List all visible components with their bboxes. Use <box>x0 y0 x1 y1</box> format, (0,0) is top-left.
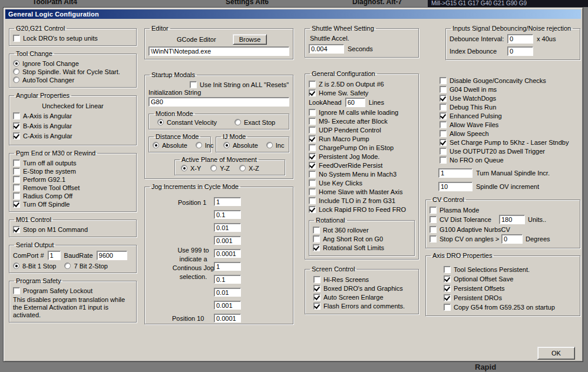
radio-absolute[interactable]: Absolute <box>223 141 258 149</box>
checkbox-chargepump-on-in-estop[interactable]: ChargePump On in EStop <box>309 144 415 151</box>
checkbox-lock-rapid-fro-to-feed-fro[interactable]: Lock Rapid FRO to Feed FRO <box>309 205 415 213</box>
jog-increment-10-input[interactable] <box>214 314 241 323</box>
browse-button[interactable]: Browse <box>233 34 267 45</box>
radio-exact-stop[interactable]: Exact Stop <box>234 118 275 126</box>
checkbox-stop-cv-on-angles[interactable]: Stop CV on angles > Degrees <box>430 234 576 244</box>
radio-8-bit-1-stop[interactable]: 8-Bit 1 Stop <box>13 262 56 270</box>
checkbox-stop-on-m1-command[interactable]: Stop on M1 Command <box>13 225 133 233</box>
checkbox-flash-errors-and-comments[interactable]: Flash Errors and comments. <box>313 302 415 310</box>
checkbox-udp-pendent-control[interactable]: UDP Pendent Control <box>309 126 415 134</box>
bg-tab-toolpath[interactable]: ToolPath Alt4 <box>32 0 77 6</box>
checkbox-no-system-menu-in-mach3[interactable]: No System Menu in Mach3 <box>309 170 415 178</box>
debounce-interval-input[interactable] <box>507 34 533 44</box>
radio-stop-spindle-wait-for-cycle-start[interactable]: Stop Spindle. Wait for Cycle Start. <box>13 68 133 75</box>
checkbox-use-output20-as-dwell-trigger[interactable]: Use OUTPUT20 as Dwell Trigger <box>440 147 580 155</box>
checkbox-rotational-soft-limits[interactable]: Rotational Soft Limits <box>313 244 411 251</box>
checkbox-home-sw-safety[interactable]: Home Sw. Safety <box>309 89 415 97</box>
radio-constant-velocity[interactable]: Constant Velocity <box>157 118 217 126</box>
checkbox-enhanced-pulsing[interactable]: Enhanced Pulsing <box>440 112 580 119</box>
checkbox-ignore-m-calls-while-loading[interactable]: Ignore M calls while loading <box>309 108 415 116</box>
checkbox-persistent-jog-mode[interactable]: Persistent Jog Mode. <box>309 152 415 160</box>
checkbox-disable-gouge-concavity-checks[interactable]: Disable Gouge/Concavity Checks <box>440 77 580 84</box>
dialog-titlebar[interactable]: General Logic Configuration <box>5 9 581 19</box>
checkbox-turn-off-all-outputs[interactable]: Turn off all outputs <box>13 159 133 167</box>
checkbox-e-stop-the-system[interactable]: E-Stop the system <box>13 167 133 175</box>
radio-inc[interactable]: Inc <box>266 141 285 149</box>
checkbox-auto-screen-enlarge[interactable]: Auto Screen Enlarge <box>313 293 415 301</box>
lookahead-input[interactable] <box>345 98 365 107</box>
jog-increment-2-input[interactable] <box>214 210 241 219</box>
checkbox-plasma-mode[interactable]: Plasma Mode <box>430 206 576 214</box>
checkbox-remove-tool-offset[interactable]: Remove Tool Offset <box>13 184 133 191</box>
checkbox-home-slave-with-master-axis[interactable]: Home Slave with Master Axis <box>309 188 415 195</box>
jog-increment-7-input[interactable] <box>214 275 241 284</box>
stop-cv-angles-input[interactable] <box>501 234 523 244</box>
comport-input[interactable] <box>48 251 61 260</box>
radio-y-z[interactable]: Y-Z <box>210 164 230 172</box>
ok-button[interactable]: OK <box>537 347 575 360</box>
gcode-editor-path-input[interactable] <box>148 46 289 56</box>
checkbox-use-key-clicks[interactable]: Use Key Clicks <box>309 179 415 187</box>
radio-x-z[interactable]: X-Z <box>239 164 259 172</box>
jog-increment-9-input[interactable] <box>214 301 241 310</box>
checkbox-persistent-dros[interactable]: Persistent DROs <box>444 294 576 301</box>
checkbox-boxed-dro-s-and-graphics[interactable]: Boxed DRO's and Graphics <box>313 284 415 292</box>
checkbox-m9-execute-after-block[interactable]: M9- Execute after Block <box>309 117 415 125</box>
jog-increment-6-input[interactable] <box>214 262 241 271</box>
checkbox-feedoverride-persist[interactable]: FeedOverRide Persist <box>309 161 415 169</box>
radio-7-bit-2-stop[interactable]: 7 Bit 2-Stop <box>64 262 107 270</box>
radio-absolute[interactable]: Absolute <box>153 141 187 149</box>
checkbox-indicator <box>13 192 20 200</box>
radio-ignore-tool-change[interactable]: Ignore Tool Change <box>13 59 133 67</box>
checkbox-radius-comp-off[interactable]: Radius Comp Off <box>13 192 133 200</box>
checkbox-hi-res-screens[interactable]: Hi-Res Screens <box>313 275 415 283</box>
jog-increment-3-input[interactable] <box>214 223 241 232</box>
manual-spindle-incr-input[interactable] <box>438 168 473 178</box>
baudrate-input[interactable] <box>97 251 127 260</box>
jog-increment-8-input[interactable] <box>214 288 241 297</box>
checkbox-c-axis-is-angular[interactable]: C-Axis is Angular <box>13 132 133 140</box>
radio-inc[interactable]: Inc <box>196 141 214 149</box>
radio-x-y[interactable]: X-Y <box>181 164 201 172</box>
checkbox-include-tlo-in-z-from-g31[interactable]: Include TLO in Z from G31 <box>309 197 415 204</box>
checkbox-persistent-offsets[interactable]: Persistent Offsets <box>444 284 576 292</box>
jog-increment-1-input[interactable] <box>214 197 241 206</box>
radio-indicator <box>13 77 19 83</box>
checkbox-set-charge-pump-to-5khz-laser-stndby[interactable]: Set Charge Pump to 5Khz - Laser Stndby <box>440 138 580 146</box>
checkbox-turn-off-spindle[interactable]: Turn Off Spindle <box>13 200 133 208</box>
checkbox-z-is-2-5d-on-output-6[interactable]: Z is 2.5D on Output #6 <box>309 80 415 88</box>
checkbox-copy-g54-from-g59-253-on-startup[interactable]: Copy G54 from G59.253 on startup <box>444 303 576 311</box>
checkbox-ang-short-rot-on-g0[interactable]: Ang Short Rot on G0 <box>313 235 411 243</box>
bg-gcode-modes-status: Mill->G15 G1 G17 G40 G21 G90 G9 <box>428 0 588 7</box>
index-debounce-input[interactable] <box>507 46 533 56</box>
checkbox-g04-dwell-in-ms[interactable]: G04 Dwell in ms <box>440 85 580 93</box>
checkbox-cv-dist-tolerance[interactable]: CV Dist Tolerance Units.. <box>430 215 576 224</box>
checkbox-perform-g92-1[interactable]: Perform G92.1 <box>13 175 133 183</box>
checkbox-lock-dro-s-to-setup-units[interactable]: Lock DRO's to setup units <box>13 34 133 42</box>
jog-increment-4-input[interactable] <box>214 236 241 245</box>
label: CV Dist Tolerance <box>440 216 496 223</box>
checkbox-run-macro-pump[interactable]: Run Macro Pump <box>309 135 415 142</box>
checkbox-program-safety-lockout[interactable]: Program Safety Lockout <box>13 287 133 294</box>
checkbox-tool-selections-persistent[interactable]: Tool Selections Persistent. <box>444 265 576 273</box>
checkbox-allow-wave-files[interactable]: Allow Wave Files <box>440 121 580 128</box>
checkbox-use-init-string-on-all-resets[interactable]: Use Init String on ALL "Resets" <box>190 81 289 88</box>
jog-increment-5-input[interactable] <box>214 249 241 258</box>
shuttle-accel-input[interactable] <box>309 44 344 54</box>
spindle-ov-increment-input[interactable] <box>438 182 473 191</box>
checkbox-g100-adaptive-nurbscv[interactable]: G100 Adaptive NurbsCV <box>430 225 576 233</box>
checkbox-no-fro-on-queue[interactable]: No FRO on Queue <box>440 156 580 164</box>
checkbox-optional-offset-save[interactable]: Optional Offset Save <box>444 275 576 283</box>
checkbox-rot-360-rollover[interactable]: Rot 360 rollover <box>313 226 411 234</box>
checkbox-allow-speech[interactable]: Allow Speech <box>440 129 580 137</box>
checkbox-a-axis-is-angular[interactable]: A-Axis is Angular <box>13 112 133 119</box>
cv-dist-tolerance-input[interactable] <box>499 215 525 224</box>
checkbox-debug-this-run[interactable]: Debug This Run <box>440 103 580 111</box>
initialization-string-input[interactable] <box>148 97 289 107</box>
checkbox-use-watchdogs[interactable]: Use WatchDogs <box>440 94 580 102</box>
radio-autotool-changer[interactable]: AutoTool Changer <box>13 76 133 84</box>
bg-tab-diagnostics[interactable]: Diagnost. Alt-7 <box>352 0 402 6</box>
bg-tab-settings[interactable]: Settings Alt6 <box>226 0 269 6</box>
checkbox-b-axis-is-angular[interactable]: B-Axis is Angular <box>13 122 133 129</box>
checkbox-indicator <box>313 294 321 301</box>
